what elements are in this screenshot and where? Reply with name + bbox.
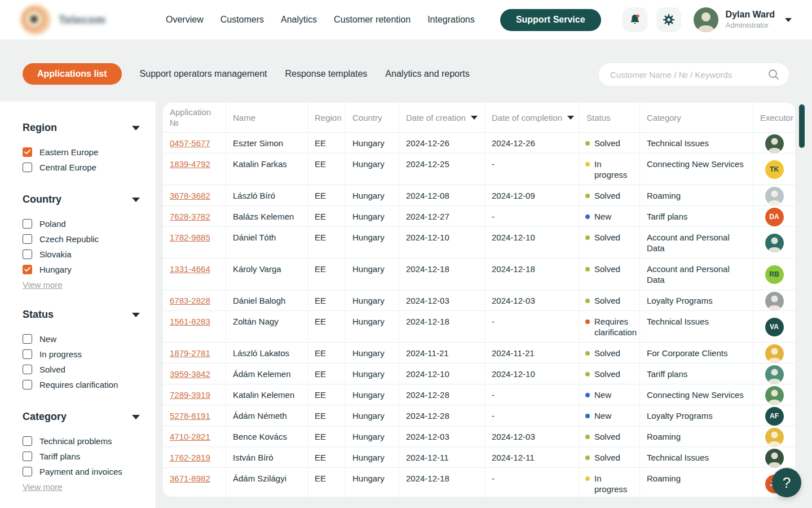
sort-descending-icon[interactable] [471, 116, 478, 120]
user-menu-chevron-down-icon[interactable] [785, 18, 792, 22]
executor-avatar[interactable] [765, 134, 784, 153]
section-tabs: Applications listSupport operators manag… [23, 63, 470, 85]
checkbox[interactable] [23, 436, 32, 446]
executor-avatar[interactable] [765, 365, 784, 384]
checkbox[interactable] [23, 249, 32, 259]
checkbox-checked[interactable] [23, 265, 32, 274]
nav-item-analytics[interactable]: Analytics [281, 15, 317, 25]
executor-avatar[interactable]: DA [765, 208, 784, 226]
filter-checkbox-payment-and-invoices[interactable]: Payment and invoices [23, 464, 140, 479]
user-menu[interactable]: Dylan Ward Administrator [726, 10, 775, 29]
filter-group-header-country[interactable]: Country [23, 194, 140, 205]
nav-item-overview[interactable]: Overview [166, 15, 204, 25]
filter-checkbox-slovakia[interactable]: Slovakia [23, 247, 140, 262]
user-avatar[interactable] [694, 7, 718, 32]
application-number-link[interactable]: 7628-3782 [170, 211, 210, 222]
cell-application-number: 5278-8191 [163, 405, 226, 426]
view-more-link[interactable]: View more [23, 280, 63, 290]
cell-category: Loyalty Programs [639, 405, 753, 426]
avatar-photo [765, 292, 784, 310]
executor-avatar[interactable] [765, 386, 784, 405]
cell-category: Roaming [639, 468, 753, 497]
table-scrollbar-thumb[interactable] [799, 104, 805, 148]
filter-checkbox-central-europe[interactable]: Central Europe [23, 160, 140, 175]
checkbox[interactable] [23, 334, 32, 344]
application-number-link[interactable]: 3671-8982 [170, 473, 210, 484]
filter-checkbox-poland[interactable]: Poland [23, 216, 140, 231]
executor-avatar[interactable]: VA [765, 318, 784, 336]
application-number-link[interactable]: 1561-8283 [170, 316, 210, 327]
filter-group-title: Country [23, 194, 61, 205]
sort-descending-icon[interactable] [567, 116, 574, 120]
filter-checkbox-requires-clarification[interactable]: Requires clarification [23, 377, 140, 392]
executor-avatar[interactable]: AF [765, 407, 784, 426]
chevron-down-icon [132, 313, 140, 317]
cell-name: Ádám Németh [226, 405, 307, 426]
filter-checkbox-hungary[interactable]: Hungary [23, 262, 140, 277]
settings-button[interactable] [656, 7, 681, 32]
application-number-link[interactable]: 3678-3682 [170, 190, 210, 201]
application-number-link[interactable]: 1879-2781 [170, 348, 210, 358]
executor-avatar[interactable] [765, 344, 784, 363]
nav-item-customer-retention[interactable]: Customer retention [334, 15, 411, 25]
tab-response-templates[interactable]: Response templates [285, 69, 368, 79]
filter-checkbox-in-progress[interactable]: In progress [23, 347, 140, 362]
cell-date-of-creation: 2024-12-10 [399, 227, 484, 258]
tab-analytics-and-reports[interactable]: Analytics and reports [385, 69, 469, 79]
checkbox[interactable] [23, 452, 32, 461]
filter-checkbox-new[interactable]: New [23, 331, 140, 347]
cell-category: Account and Personal Data [639, 227, 753, 258]
filter-group-header-category[interactable]: Category [23, 411, 140, 423]
filter-checkbox-technical-problems[interactable]: Technical problems [23, 433, 140, 449]
nav-item-customers[interactable]: Customers [220, 15, 264, 25]
executor-avatar[interactable] [765, 292, 784, 310]
application-number-link[interactable]: 4710-2821 [170, 431, 210, 442]
executor-avatar[interactable] [765, 234, 784, 252]
application-number-link[interactable]: 6783-2828 [170, 295, 210, 306]
executor-avatar[interactable] [765, 187, 784, 205]
checkbox[interactable] [23, 349, 32, 359]
notifications-button[interactable] [623, 7, 647, 32]
table-row: 1782-9885Dániel TóthEEHungary2024-12-102… [163, 226, 795, 258]
application-number-link[interactable]: 1782-9885 [170, 232, 210, 243]
application-number-link[interactable]: 5278-8191 [170, 410, 210, 421]
search-input[interactable] [610, 70, 767, 80]
cell-name: Ádám Kelemen [226, 364, 307, 384]
filter-checkbox-czech-republic[interactable]: Czech Republic [23, 231, 140, 247]
application-number-link[interactable]: 1331-4664 [170, 264, 210, 274]
search-box[interactable] [599, 63, 789, 86]
tab-support-operators-management[interactable]: Support operators management [140, 69, 267, 79]
checkbox[interactable] [23, 234, 32, 244]
filter-checkbox-solved[interactable]: Solved [23, 362, 140, 377]
application-number-link[interactable]: 1762-2819 [170, 452, 210, 463]
checkbox[interactable] [23, 365, 32, 374]
status-label: Solved [594, 348, 620, 358]
application-number-link[interactable]: 7289-3919 [170, 389, 210, 400]
executor-avatar[interactable]: RB [765, 265, 784, 284]
tab-applications-list[interactable]: Applications list [23, 63, 122, 85]
checkbox[interactable] [23, 380, 32, 389]
checkbox[interactable] [23, 219, 32, 229]
filter-group-header-status[interactable]: Status [23, 309, 140, 321]
filter-checkbox-tariff-plans[interactable]: Tariff plans [23, 449, 140, 464]
executor-avatar[interactable] [765, 449, 784, 467]
executor-avatar[interactable] [765, 428, 784, 446]
support-service-button[interactable]: Support Service [500, 9, 601, 31]
filter-group-title: Status [23, 309, 54, 321]
cell-executor [753, 384, 795, 405]
cell-executor: RB [753, 259, 795, 290]
filter-group-header-region[interactable]: Region [23, 122, 140, 134]
executor-avatar[interactable]: TK [765, 160, 784, 179]
help-button[interactable]: ? [772, 468, 801, 497]
application-number-link[interactable]: 1839-4792 [170, 159, 210, 169]
filter-checkbox-eastern-europe[interactable]: Eastern Europe [23, 144, 140, 160]
status-label: In progress [594, 159, 636, 180]
view-more-link[interactable]: View more [23, 482, 63, 492]
checkbox-checked[interactable] [23, 147, 32, 157]
application-number-link[interactable]: 3959-3842 [170, 369, 210, 379]
cell-name: Balázs Kelemen [226, 206, 307, 226]
checkbox[interactable] [23, 163, 32, 172]
checkbox[interactable] [23, 467, 32, 476]
application-number-link[interactable]: 0457-5677 [170, 138, 210, 148]
nav-item-integrations[interactable]: Integrations [427, 15, 475, 25]
